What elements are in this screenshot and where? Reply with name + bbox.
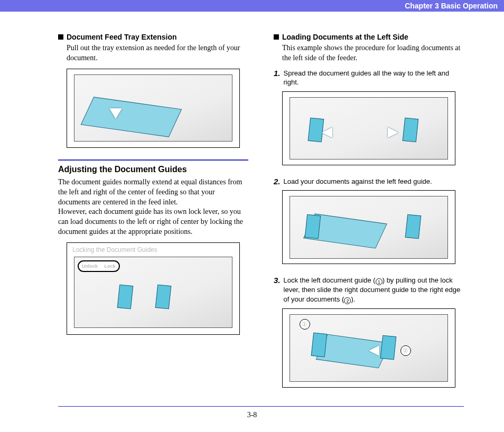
para-guides-2: However, each document guide has its own… xyxy=(58,207,248,237)
figure-tray-extension xyxy=(67,69,240,148)
section-text: This example shows the procedure for loa… xyxy=(282,43,464,63)
step-number: 2. xyxy=(274,177,281,186)
lock-label: Lock xyxy=(105,264,116,269)
page-body: Document Feed Tray Extension Pull out th… xyxy=(0,12,504,399)
callout-1: ① xyxy=(300,319,310,330)
section-text: Pull out the tray extension as needed fo… xyxy=(67,43,248,63)
figure-caption: Locking the Document Guides xyxy=(71,246,158,253)
step-2: 2. Load your documents against the left … xyxy=(274,177,464,186)
chapter-header: Chapter 3 Basic Operation xyxy=(0,0,504,12)
chapter-title: Chapter 3 Basic Operation xyxy=(405,2,498,10)
para-guides-1: The document guides normally extend at e… xyxy=(58,177,248,208)
circled-1-icon: 1 xyxy=(376,278,382,285)
step-1: 1. Spread the document guides all the wa… xyxy=(274,69,464,87)
right-column: Loading Documents at the Left Side This … xyxy=(274,33,464,399)
page-number: 3-8 xyxy=(0,411,504,419)
square-bullet-icon xyxy=(274,34,279,40)
step-number: 3. xyxy=(274,276,281,285)
heading-adjusting-guides: Adjusting the Document Guides xyxy=(58,165,248,174)
square-bullet-icon xyxy=(58,34,63,40)
section-doc-feed-tray-ext: Document Feed Tray Extension xyxy=(58,33,248,41)
step-text: Load your documents against the left fee… xyxy=(284,177,432,186)
section-loading-left-side: Loading Documents at the Left Side xyxy=(274,33,464,41)
figure-step-1 xyxy=(282,91,455,165)
figure-step-2 xyxy=(282,190,455,264)
figure-step-3: ① ② xyxy=(282,308,455,388)
step-3: 3. Lock the left document guide (1) by p… xyxy=(274,276,464,304)
callout-2: ② xyxy=(400,345,411,356)
step-text: Lock the left document guide (1) by pull… xyxy=(284,276,464,304)
left-column: Document Feed Tray Extension Pull out th… xyxy=(58,33,248,399)
step-number: 1. xyxy=(274,69,281,78)
circled-2-icon: 2 xyxy=(344,297,351,304)
section-title: Loading Documents at the Left Side xyxy=(282,33,408,41)
footer-divider xyxy=(58,406,464,407)
section-divider xyxy=(58,159,248,161)
unlock-label: Unlock xyxy=(82,264,98,269)
step-text: Spread the document guides all the way t… xyxy=(284,69,464,87)
figure-locking-guides: Locking the Document Guides Unlock Lock xyxy=(67,242,240,335)
section-title: Document Feed Tray Extension xyxy=(67,33,177,41)
